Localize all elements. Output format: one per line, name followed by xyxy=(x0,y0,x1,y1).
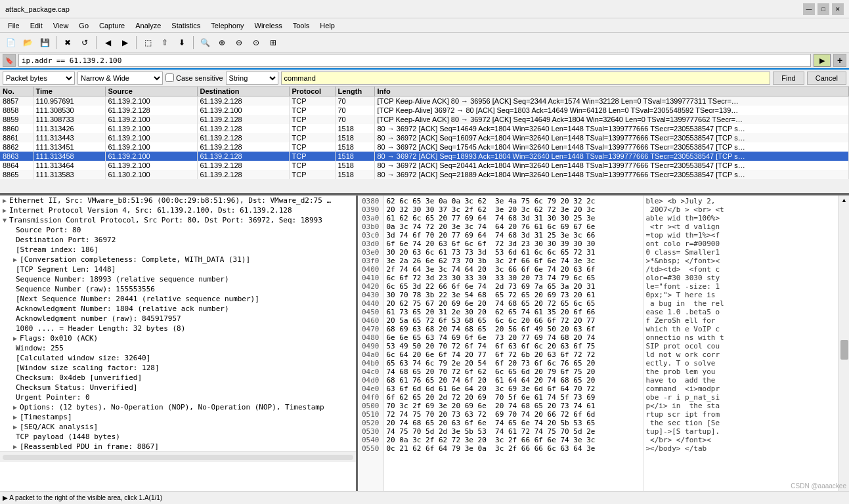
search-value-input[interactable] xyxy=(281,72,771,85)
table-row[interactable]: 8859111.30873361.139.2.10061.139.2.128TC… xyxy=(0,115,849,124)
detail-row[interactable]: ▶Flags: 0x010 (ACK) xyxy=(0,333,356,343)
toolbar-save[interactable]: 💾 xyxy=(37,35,53,51)
right-scrollbar[interactable]: ▲ ▼ xyxy=(838,196,849,504)
search-bar: Packet bytes Packet list Packet details … xyxy=(0,70,849,87)
detail-row[interactable]: ▶Ethernet II, Src: VMware_b8:51:96 (00:0… xyxy=(0,196,356,205)
table-row[interactable]: 8863111.31345861.139.2.10061.139.2.128TC… xyxy=(0,152,849,161)
col-protocol[interactable]: Protocol xyxy=(289,87,335,96)
detail-text: Internet Protocol Version 4, Src: 61.139… xyxy=(9,206,292,215)
close-button[interactable]: ✕ xyxy=(832,3,844,15)
detail-row[interactable]: [Stream index: 186] xyxy=(0,245,356,255)
menu-analyze[interactable]: Analyze xyxy=(130,20,166,31)
title-bar: attack_package.cap — □ ✕ xyxy=(0,0,849,18)
detail-row[interactable]: Checksum Status: Unverified] xyxy=(0,383,356,392)
toolbar-new[interactable]: 📄 xyxy=(3,35,18,51)
detail-text: [Stream index: 186] xyxy=(16,245,98,254)
filter-bar: 🔖 ▶ + xyxy=(0,52,849,70)
packet-list[interactable]: No. Time Source Destination Protocol Len… xyxy=(0,87,849,195)
toolbar-back[interactable]: ◀ xyxy=(100,35,116,51)
col-info[interactable]: Info xyxy=(374,87,849,96)
bookmark-button[interactable]: 🔖 xyxy=(3,54,16,67)
menu-go[interactable]: Go xyxy=(74,20,94,31)
cancel-button[interactable]: Cancel xyxy=(807,72,846,85)
detail-row[interactable]: [Next Sequence Number: 20441 (relative s… xyxy=(0,294,356,304)
maximize-button[interactable]: □ xyxy=(817,3,829,15)
detail-text: Urgent Pointer: 0 xyxy=(16,393,90,402)
detail-row[interactable]: 1000 .... = Header Length: 32 bytes (8) xyxy=(0,324,356,333)
detail-row[interactable]: Urgent Pointer: 0 xyxy=(0,392,356,402)
detail-row[interactable]: ▶[Conversation completeness: Complete, W… xyxy=(0,255,356,264)
table-row[interactable]: 8861111.31344361.139.2.10061.139.2.128TC… xyxy=(0,133,849,142)
toolbar-zoom-out[interactable]: ⊖ xyxy=(231,35,247,51)
menu-wireless[interactable]: Wireless xyxy=(250,20,288,31)
detail-row[interactable]: ▶Options: (12 bytes), No-Operation (NOP)… xyxy=(0,402,356,412)
detail-row[interactable]: ▶[Timestamps] xyxy=(0,412,356,422)
search-mode-select[interactable]: Narrow & Wide Narrow Wide UTF-8 xyxy=(77,72,163,85)
add-expression-button[interactable]: + xyxy=(833,54,846,67)
menu-file[interactable]: File xyxy=(3,20,25,31)
menu-telephony[interactable]: Telephony xyxy=(206,20,249,31)
detail-row[interactable]: Window: 255 xyxy=(0,343,356,353)
toolbar-forward[interactable]: ▶ xyxy=(117,35,133,51)
detail-row[interactable]: Sequence Number: 18993 (relative sequenc… xyxy=(0,274,356,284)
detail-row[interactable]: ▶[SEQ/ACK analysis] xyxy=(0,422,356,432)
detail-text: Options: (12 bytes), No-Operation (NOP),… xyxy=(20,403,324,411)
detail-text: [Reassembled PDU in frame: 8867] xyxy=(20,442,159,451)
filter-apply[interactable]: ▶ xyxy=(814,54,831,67)
filter-input[interactable] xyxy=(18,54,811,67)
detail-row[interactable]: Acknowledgment number (raw): 845917957 xyxy=(0,314,356,324)
toolbar-resize-cols[interactable]: ⊞ xyxy=(265,35,281,51)
table-row[interactable]: 8857110.95769161.139.2.10061.139.2.128TC… xyxy=(0,96,849,106)
expand-icon: ▶ xyxy=(3,197,7,204)
toolbar-zoom-in[interactable]: ⊕ xyxy=(214,35,230,51)
table-row[interactable]: 8865111.31358361.130.2.10061.139.2.128TC… xyxy=(0,170,849,179)
menu-statistics[interactable]: Statistics xyxy=(166,20,206,31)
find-button[interactable]: Find xyxy=(773,72,804,85)
detail-row[interactable]: TCP payload (1448 bytes) xyxy=(0,432,356,442)
detail-row[interactable]: ▼Transmission Control Protocol, Src Port… xyxy=(0,215,356,225)
toolbar-reload[interactable]: ↺ xyxy=(77,35,93,51)
detail-text: [TCP Segment Len: 1448] xyxy=(16,265,116,274)
detail-row[interactable]: ▶Internet Protocol Version 4, Src: 61.13… xyxy=(0,205,356,215)
detail-row[interactable]: Destination Port: 36972 xyxy=(0,235,356,245)
menu-capture[interactable]: Capture xyxy=(94,20,130,31)
col-length[interactable]: Length xyxy=(335,87,374,96)
menu-view[interactable]: View xyxy=(48,20,74,31)
detail-row[interactable]: Sequence Number (raw): 155553556 xyxy=(0,284,356,294)
toolbar-go-to[interactable]: ⬚ xyxy=(140,35,156,51)
menu-tools[interactable]: Tools xyxy=(288,20,315,31)
detail-text: Acknowledgment number (raw): 845917957 xyxy=(16,314,181,323)
minimize-button[interactable]: — xyxy=(803,3,815,15)
detail-row[interactable]: Checksum: 0x4deb [unverified] xyxy=(0,373,356,383)
detail-row[interactable]: Source Port: 80 xyxy=(0,225,356,235)
menu-help[interactable]: Help xyxy=(315,20,340,31)
detail-row[interactable]: [Calculated window size: 32640] xyxy=(0,353,356,363)
table-row[interactable]: 8860111.31342661.139.2.10061.139.2.128TC… xyxy=(0,124,849,133)
toolbar-find[interactable]: 🔍 xyxy=(197,35,213,51)
toolbar-previous[interactable]: ⇧ xyxy=(157,35,173,51)
toolbar-zoom-normal[interactable]: ⊙ xyxy=(248,35,264,51)
table-row[interactable]: 8864111.31346461.139.2.10061.139.2.128TC… xyxy=(0,161,849,170)
expand-icon: ▶ xyxy=(13,413,17,421)
detail-text: 1000 .... = Header Length: 32 bytes (8) xyxy=(16,324,185,333)
col-no[interactable]: No. xyxy=(0,87,33,96)
search-type-select[interactable]: Packet bytes Packet list Packet details xyxy=(3,72,75,85)
toolbar-next[interactable]: ⬇ xyxy=(174,35,190,51)
toolbar-close[interactable]: ✖ xyxy=(60,35,76,51)
toolbar-open[interactable]: 📂 xyxy=(20,35,35,51)
detail-row[interactable]: ▶[Reassembled PDU in frame: 8867] xyxy=(0,442,356,452)
expand-icon: ▶ xyxy=(13,256,17,263)
col-source[interactable]: Source xyxy=(105,87,197,96)
table-row[interactable]: 8858111.30853061.139.2.12861.139.2.100TC… xyxy=(0,106,849,115)
detail-row[interactable]: [TCP Segment Len: 1448] xyxy=(0,264,356,274)
col-time[interactable]: Time xyxy=(33,87,105,96)
search-format-select[interactable]: String Hex Regex xyxy=(226,72,278,85)
hex-bytes-panel: 62 6c 65 3e 0a 0a 3c 62 3e 4a 75 6c 79 2… xyxy=(384,196,643,494)
table-row[interactable]: 8862111.31345161.139.2.10061.139.2.128TC… xyxy=(0,142,849,152)
case-sensitive-checkbox[interactable] xyxy=(165,74,174,82)
col-destination[interactable]: Destination xyxy=(197,87,289,96)
menu-edit[interactable]: Edit xyxy=(25,20,48,31)
detail-row[interactable]: Acknowledgment Number: 1804 (relative ac… xyxy=(0,304,356,314)
detail-row[interactable]: [Window size scaling factor: 128] xyxy=(0,363,356,373)
detail-text: Sequence Number: 18993 (relative sequenc… xyxy=(16,275,229,284)
